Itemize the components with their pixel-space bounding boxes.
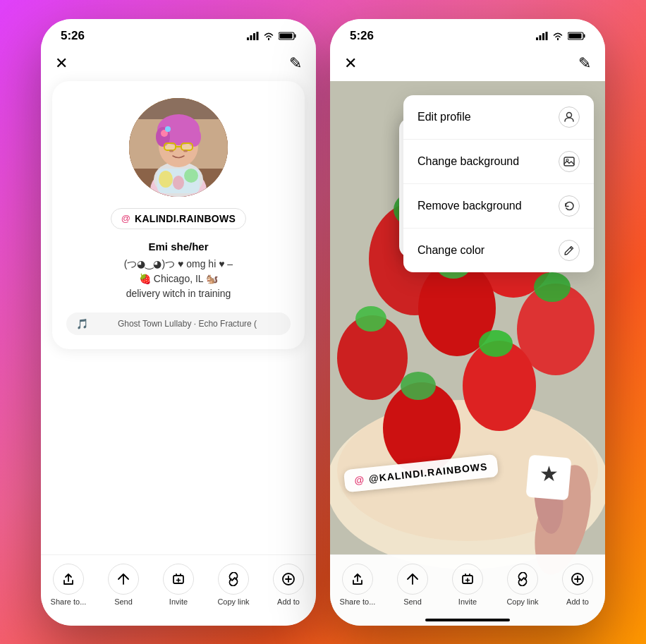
invite-label-2: Invite	[458, 597, 477, 606]
share-action[interactable]: Share to...	[47, 564, 90, 606]
add-action[interactable]: Add to	[267, 564, 310, 606]
image-icon	[559, 151, 580, 172]
svg-point-13	[159, 171, 173, 188]
share-icon-2	[342, 564, 373, 595]
status-icons-1	[247, 32, 296, 40]
send-action[interactable]: Send	[102, 564, 145, 606]
send-label-2: Send	[403, 597, 422, 606]
svg-rect-127	[564, 157, 574, 166]
add-icon-2	[562, 564, 593, 595]
svg-point-15	[173, 176, 184, 190]
edit-profile-menu-item[interactable]: Edit profile	[403, 95, 594, 140]
ig-logo-sticker: @	[354, 473, 365, 485]
svg-rect-3	[257, 32, 259, 40]
signal-icon	[247, 32, 259, 40]
signal-icon-2	[536, 32, 548, 40]
battery-icon-2	[568, 32, 585, 40]
invite-action[interactable]: Invite	[157, 564, 200, 606]
close-button-1[interactable]: ✕	[55, 54, 68, 73]
change-color-menu-item[interactable]: Change color	[403, 229, 594, 272]
send-icon	[108, 564, 139, 595]
add-icon	[273, 564, 304, 595]
copy-link-icon	[218, 564, 249, 595]
copy-link-action-2[interactable]: Copy link	[501, 564, 544, 606]
invite-icon-2	[452, 564, 483, 595]
svg-rect-32	[542, 33, 544, 40]
invite-icon	[163, 564, 194, 595]
send-label: Send	[114, 597, 133, 606]
time-2: 5:26	[350, 29, 374, 43]
send-action-2[interactable]: Send	[391, 564, 434, 606]
music-bar: 🎵 Ghost Town Lullaby · Echo Fracture (	[66, 312, 291, 335]
close-button-2[interactable]: ✕	[344, 54, 357, 73]
svg-rect-0	[247, 37, 249, 40]
username-badge[interactable]: @ KALINDI.RAINBOWS	[111, 208, 246, 229]
share-label-2: Share to...	[340, 597, 376, 606]
share-label: Share to...	[51, 597, 87, 606]
svg-rect-35	[584, 34, 585, 37]
svg-point-22	[165, 126, 171, 132]
wifi-icon-2	[552, 32, 563, 40]
status-bar-1: 5:26	[41, 19, 316, 49]
context-menu: Edit profile Change background	[403, 95, 594, 272]
svg-point-51	[479, 330, 513, 357]
music-icon: 🎵	[76, 318, 88, 329]
copy-link-icon-2	[507, 564, 538, 595]
svg-rect-36	[569, 33, 582, 38]
phone-2: 5:26	[330, 19, 605, 626]
add-action-2[interactable]: Add to	[556, 564, 599, 606]
remove-background-label: Remove background	[418, 200, 522, 212]
copy-link-action[interactable]: Copy link	[212, 564, 255, 606]
svg-point-26	[169, 150, 173, 152]
invite-label: Invite	[169, 597, 188, 606]
edit-button-1[interactable]: ✎	[289, 54, 302, 73]
top-nav-1: ✕ ✎	[41, 49, 316, 81]
svg-rect-23	[164, 143, 176, 150]
svg-rect-31	[540, 35, 542, 40]
svg-rect-24	[181, 143, 193, 150]
action-bar-2: Share to... Send Invite	[330, 554, 605, 626]
wifi-icon	[263, 32, 274, 40]
status-bar-2: 5:26	[330, 19, 605, 49]
time-1: 5:26	[61, 29, 85, 43]
svg-point-126	[567, 112, 572, 117]
remove-background-menu-item[interactable]: Remove background	[403, 184, 594, 229]
svg-text:★: ★	[540, 462, 559, 485]
phone-1: 5:26	[41, 19, 316, 626]
username-text: KALINDI.RAINBOWS	[135, 213, 236, 224]
svg-point-49	[355, 306, 386, 332]
share-action-2[interactable]: Share to...	[336, 564, 379, 606]
avatar-image	[129, 98, 228, 197]
instagram-icon: @	[121, 213, 130, 224]
pencil-icon	[559, 240, 580, 261]
battery-icon	[279, 32, 296, 40]
edit-button-2[interactable]: ✎	[578, 54, 591, 73]
status-icons-2	[536, 32, 585, 40]
undo-icon	[559, 195, 580, 217]
add-label-2: Add to	[566, 597, 589, 606]
home-indicator-2	[425, 619, 510, 621]
svg-point-47	[534, 272, 571, 302]
person-icon	[559, 107, 580, 128]
edit-profile-label: Edit profile	[418, 111, 471, 123]
svg-rect-30	[536, 37, 538, 40]
display-name: Emi she/her	[148, 241, 208, 253]
music-text: Ghost Town Lullaby · Echo Fracture (	[94, 319, 281, 329]
profile-card: @ KALINDI.RAINBOWS Emi she/her (つ◕‿◕)つ ♥…	[52, 81, 305, 349]
svg-rect-6	[280, 33, 293, 38]
svg-point-27	[183, 150, 188, 152]
change-color-label: Change color	[418, 244, 484, 257]
bio-text: (つ◕‿◕)つ ♥ omg hi ♥ – 🍓 Chicago, IL 🐿️ de…	[124, 257, 233, 301]
svg-rect-2	[253, 33, 255, 40]
send-icon-2	[397, 564, 428, 595]
svg-point-53	[401, 372, 436, 400]
change-background-label: Change background	[418, 155, 519, 168]
svg-rect-1	[250, 35, 252, 40]
action-bar-1: Share to... Send Invite	[41, 554, 316, 626]
svg-point-14	[184, 169, 198, 183]
top-nav-2: ✕ ✎	[330, 49, 605, 81]
share-icon	[53, 564, 84, 595]
invite-action-2[interactable]: Invite	[446, 564, 489, 606]
svg-rect-33	[546, 32, 548, 40]
change-background-menu-item[interactable]: Change background	[403, 140, 594, 184]
